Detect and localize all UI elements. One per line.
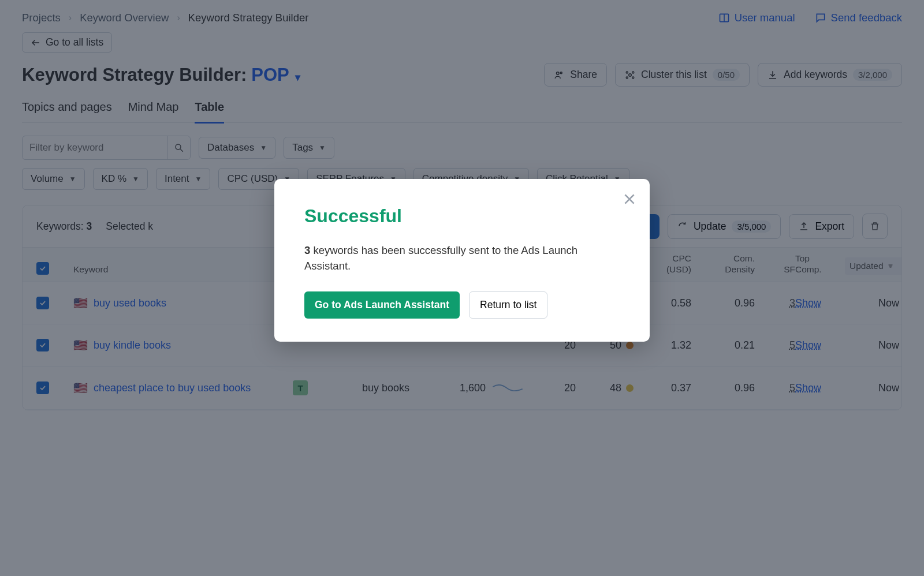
modal-count: 3 [304,244,310,256]
modal-actions: Go to Ads Launch Assistant Return to lis… [304,291,620,319]
close-icon [622,192,637,207]
modal-body: 3 keywords has been successfully sent to… [304,243,620,274]
modal-close-button[interactable] [622,192,637,209]
modal-title: Successful [304,205,620,227]
modal-overlay[interactable]: Successful 3 keywords has been successfu… [0,0,924,576]
go-to-ads-assistant-button[interactable]: Go to Ads Launch Assistant [304,291,460,319]
modal-body-text: keywords has been successfully sent to t… [304,244,578,272]
success-modal: Successful 3 keywords has been successfu… [274,179,650,342]
return-to-list-button[interactable]: Return to list [469,291,547,319]
